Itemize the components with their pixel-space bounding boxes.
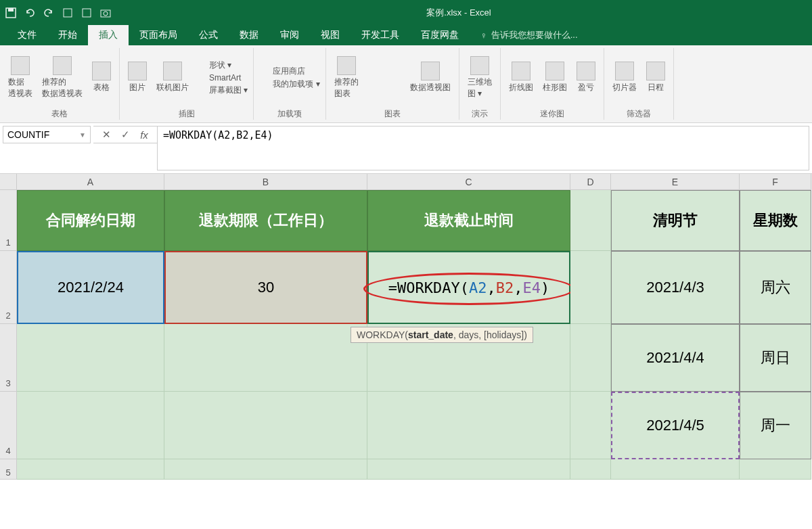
col-header-c[interactable]: C bbox=[367, 174, 570, 190]
cell-d1[interactable] bbox=[570, 190, 611, 251]
cell-d5[interactable] bbox=[570, 459, 611, 480]
cell-e5[interactable] bbox=[611, 459, 740, 480]
cell-e4[interactable]: 2021/4/5 bbox=[611, 392, 740, 459]
cell-a5[interactable] bbox=[17, 459, 164, 480]
cell-b3[interactable] bbox=[164, 324, 367, 392]
accept-formula-icon[interactable]: ✓ bbox=[119, 129, 131, 141]
tab-layout[interactable]: 页面布局 bbox=[129, 25, 188, 45]
title-bar: 案例.xlsx - Excel bbox=[0, 0, 812, 25]
tab-review[interactable]: 审阅 bbox=[269, 25, 310, 45]
qat-icon-1[interactable] bbox=[62, 7, 73, 18]
store-button[interactable]: 应用商店 bbox=[259, 66, 319, 77]
save-icon[interactable] bbox=[5, 7, 16, 18]
cell-c1[interactable]: 退款截止时间 bbox=[367, 190, 570, 251]
sparkline-line-button[interactable]: 折线图 bbox=[506, 60, 536, 95]
tab-insert[interactable]: 插入 bbox=[88, 25, 129, 45]
my-addins-button[interactable]: 我的加载项 ▾ bbox=[259, 78, 319, 90]
sparkline-winloss-button[interactable]: 盈亏 bbox=[574, 60, 598, 95]
cell-e2[interactable]: 2021/4/3 bbox=[611, 251, 740, 324]
recommended-charts-button[interactable]: 推荐的 图表 bbox=[332, 55, 361, 101]
row-header-3[interactable]: 3 bbox=[0, 324, 17, 392]
group-label-tables: 表格 bbox=[5, 107, 114, 120]
cell-a2[interactable]: 2021/2/24 bbox=[17, 251, 164, 324]
cell-f5[interactable] bbox=[740, 459, 811, 480]
name-box[interactable]: COUNTIF ▼ bbox=[3, 126, 91, 143]
cell-b4[interactable] bbox=[164, 392, 367, 459]
pivot-chart-button[interactable]: 数据透视图 bbox=[407, 60, 453, 95]
cell-c2[interactable]: =WORKDAY(A2,B2,E4) bbox=[367, 251, 570, 324]
formula-input[interactable]: =WORKDAY(A2,B2,E4) bbox=[157, 126, 809, 170]
col-header-a[interactable]: A bbox=[17, 174, 164, 190]
screenshot-button[interactable]: 屏幕截图 ▾ bbox=[196, 85, 248, 96]
tell-me-search[interactable]: ♀ 告诉我您想要做什么... bbox=[470, 25, 589, 45]
tab-baidu[interactable]: 百度网盘 bbox=[410, 25, 470, 45]
chart-type-icon[interactable] bbox=[365, 72, 403, 83]
cell-a3[interactable] bbox=[17, 324, 164, 392]
shapes-button[interactable]: 形状 ▾ bbox=[196, 60, 248, 71]
col-header-b[interactable]: B bbox=[164, 174, 367, 190]
row-header-4[interactable]: 4 bbox=[0, 392, 17, 459]
ribbon-group-filters: 切片器 日程 筛选器 bbox=[604, 48, 674, 120]
tab-developer[interactable]: 开发工具 bbox=[351, 25, 410, 45]
cell-b5[interactable] bbox=[164, 459, 367, 480]
spreadsheet-grid[interactable]: A B C D E F 1 2 3 4 5 合同解约日期 退款期限（工作日） 退… bbox=[0, 174, 812, 480]
camera-icon[interactable] bbox=[100, 7, 111, 18]
ribbon-group-illustrations: 图片 联机图片 形状 ▾ SmartArt 屏幕截图 ▾ 插图 bbox=[120, 48, 254, 120]
svg-rect-3 bbox=[83, 9, 91, 17]
recommended-pivot-button[interactable]: 推荐的 数据透视表 bbox=[39, 55, 85, 101]
cell-d2[interactable] bbox=[570, 251, 611, 324]
row-header-2[interactable]: 2 bbox=[0, 251, 17, 324]
cell-c5[interactable] bbox=[367, 459, 570, 480]
smartart-button[interactable]: SmartArt bbox=[196, 72, 248, 83]
cell-f1[interactable]: 星期数 bbox=[740, 190, 811, 251]
cell-a1[interactable]: 合同解约日期 bbox=[17, 190, 164, 251]
chevron-down-icon[interactable]: ▼ bbox=[79, 131, 86, 139]
col-header-f[interactable]: F bbox=[740, 174, 811, 190]
cell-e3[interactable]: 2021/4/4 bbox=[611, 324, 740, 392]
cell-f4[interactable]: 周一 bbox=[740, 392, 811, 459]
sparkline-column-button[interactable]: 柱形图 bbox=[540, 60, 570, 95]
tab-data[interactable]: 数据 bbox=[229, 25, 269, 45]
cell-f2[interactable]: 周六 bbox=[740, 251, 811, 324]
cell-e1[interactable]: 清明节 bbox=[611, 190, 740, 251]
cell-f3[interactable]: 周日 bbox=[740, 324, 811, 392]
quick-access-toolbar bbox=[5, 7, 111, 18]
timeline-button[interactable]: 日程 bbox=[644, 60, 668, 95]
chart-type-icon[interactable] bbox=[365, 85, 403, 96]
select-all-corner[interactable] bbox=[0, 174, 17, 190]
undo-icon[interactable] bbox=[24, 7, 35, 18]
svg-rect-2 bbox=[64, 9, 72, 17]
cancel-formula-icon[interactable]: ✕ bbox=[100, 129, 112, 141]
chart-type-icon[interactable] bbox=[365, 60, 403, 70]
pivot-table-button[interactable]: 数据 透视表 bbox=[5, 55, 35, 101]
col-header-d[interactable]: D bbox=[570, 174, 611, 190]
group-label-addins: 加载项 bbox=[259, 107, 319, 120]
cell-c4[interactable] bbox=[367, 392, 570, 459]
cell-b2[interactable]: 30 bbox=[164, 251, 367, 324]
col-header-e[interactable]: E bbox=[611, 174, 740, 190]
table-button[interactable]: 表格 bbox=[89, 60, 114, 95]
tab-home[interactable]: 开始 bbox=[47, 25, 88, 45]
row-header-1[interactable]: 1 bbox=[0, 190, 17, 251]
3d-map-button[interactable]: 三维地 图 ▾ bbox=[465, 55, 495, 101]
pictures-button[interactable]: 图片 bbox=[125, 60, 150, 95]
ribbon-tabs: 文件 开始 插入 页面布局 公式 数据 审阅 视图 开发工具 百度网盘 ♀ 告诉… bbox=[0, 25, 812, 45]
formula-bar: COUNTIF ▼ ✕ ✓ fx =WORKDAY(A2,B2,E4) bbox=[0, 123, 812, 174]
function-tooltip: WORKDAY(start_date, days, [holidays]) bbox=[351, 327, 533, 343]
window-title: 案例.xlsx - Excel bbox=[111, 7, 807, 19]
group-label-tours: 演示 bbox=[465, 107, 495, 120]
row-header-5[interactable]: 5 bbox=[0, 459, 17, 480]
cell-b1[interactable]: 退款期限（工作日） bbox=[164, 190, 367, 251]
slicer-button[interactable]: 切片器 bbox=[610, 60, 639, 95]
fx-icon[interactable]: fx bbox=[138, 129, 150, 141]
cell-d4[interactable] bbox=[570, 392, 611, 459]
qat-icon-2[interactable] bbox=[81, 7, 92, 18]
group-label-filters: 筛选器 bbox=[610, 107, 668, 120]
cell-d3[interactable] bbox=[570, 324, 611, 392]
tab-formula[interactable]: 公式 bbox=[188, 25, 229, 45]
tab-view[interactable]: 视图 bbox=[310, 25, 351, 45]
redo-icon[interactable] bbox=[43, 7, 54, 18]
online-pictures-button[interactable]: 联机图片 bbox=[154, 60, 191, 95]
tab-file[interactable]: 文件 bbox=[7, 25, 47, 45]
cell-a4[interactable] bbox=[17, 392, 164, 459]
